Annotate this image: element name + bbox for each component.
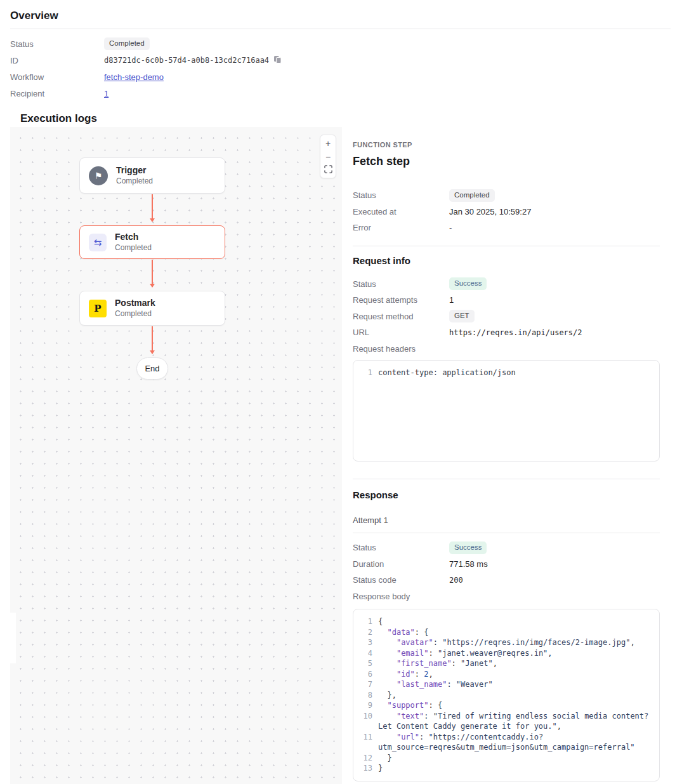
executed-at-value: Jan 30 2025, 10:59:27 [449,207,531,216]
overview-row-status: Status Completed [10,36,671,52]
node-title: Fetch [115,232,152,243]
response-row-status: Status Success [353,540,660,556]
panel-divider [353,246,660,246]
error-label: Error [353,223,449,232]
attempt-label: Attempt 1 [353,515,660,525]
node-status: Completed [116,176,153,186]
response-row-duration: Duration 771.58 ms [353,556,660,573]
overview-meta: Status Completed ID d83721dc-6c0b-57d4-a… [10,36,671,102]
copy-id-button[interactable] [273,55,282,65]
status-label: Status [10,39,104,49]
attempt-divider [353,533,660,533]
response-row-body: Response body [353,588,660,605]
node-title: Trigger [116,165,153,176]
overview-title: Overview [10,10,671,22]
workflow-canvas[interactable]: + − ⚑ Trigger Completed ⇆ Fetch Complete… [10,127,342,784]
request-row-method: Request method GET [353,309,660,325]
node-status: Completed [115,309,155,319]
recipient-label: Recipient [10,89,104,98]
request-method-label: Request method [353,312,449,321]
request-headers-code-block: 1content-type: application/json [353,360,660,462]
duration-label: Duration [353,559,449,569]
request-row-attempts: Request attempts 1 [353,292,660,309]
canvas-zoom-controls: + − [320,135,336,178]
status-code-value: 200 [449,576,463,585]
node-status: Completed [115,243,152,253]
node-fetch[interactable]: ⇆ Fetch Completed [79,225,225,259]
minus-icon: − [325,152,331,162]
copy-icon [273,55,282,65]
response-status-badge: Success [449,541,487,554]
duration-value: 771.58 ms [449,559,488,569]
step-status-label: Status [353,190,449,200]
error-value: - [449,223,452,232]
overview-row-workflow: Workflow fetch-step-demo [10,69,671,85]
status-code-label: Status code [353,575,449,585]
zoom-in-button[interactable]: + [320,136,336,150]
workflow-link[interactable]: fetch-step-demo [104,72,164,82]
node-trigger[interactable]: ⚑ Trigger Completed [79,157,225,194]
request-row-url: URL https://reqres.in/api/users/2 [353,324,660,341]
edge-trigger-fetch [152,194,153,222]
edge-postmark-end [152,326,153,354]
response-title: Response [353,489,660,501]
execution-detail-page: Overview Status Completed ID d83721dc-6c… [0,0,682,784]
overview-row-recipient: Recipient 1 [10,85,671,102]
response-body-label: Response body [353,592,449,601]
postmark-logo: P [89,300,107,317]
end-label: End [145,364,159,373]
response-row-status-code: Status code 200 [353,572,660,588]
step-row-error: Error - [353,220,660,236]
id-label: ID [10,56,104,65]
overview-divider [10,29,671,29]
status-badge: Completed [104,37,150,50]
executed-at-label: Executed at [353,207,449,216]
step-status-badge: Completed [449,189,495,202]
response-status-label: Status [353,543,449,552]
step-detail-panel: FUNCTION STEP Fetch step Status Complete… [353,127,660,781]
canvas-left-overlay [10,613,16,663]
url-label: URL [353,328,449,337]
step-type-eyebrow: FUNCTION STEP [353,141,660,149]
node-postmark[interactable]: P Postmark Completed [79,291,225,326]
request-attempts-label: Request attempts [353,295,449,305]
workflow-label: Workflow [10,72,104,82]
request-row-headers: Request headers [353,341,660,357]
zoom-out-button[interactable]: − [320,150,336,163]
plus-icon: + [325,138,331,149]
overview-row-id: ID d83721dc-6c0b-57d4-a0b8-13cd2c716aa4 [10,52,671,69]
request-status-badge: Success [449,277,487,290]
panel-divider [353,479,660,479]
request-attempts-value: 1 [449,295,454,305]
flag-icon: ⚑ [89,166,108,185]
recipient-link[interactable]: 1 [104,89,108,98]
step-title: Fetch step [353,154,660,168]
execution-logs-title: Execution logs [20,112,671,125]
response-body-code-block: 1{2 "data": {3 "avatar": "https://reqres… [353,609,660,781]
fit-view-icon [324,165,332,175]
request-headers-label: Request headers [353,344,449,354]
overview-section: Overview Status Completed ID d83721dc-6c… [0,0,682,125]
request-row-status: Status Success [353,276,660,293]
transaction-id-value: d83721dc-6c0b-57d4-a0b8-13cd2c716aa4 [104,56,269,65]
step-row-executed: Executed at Jan 30 2025, 10:59:27 [353,204,660,220]
node-title: Postmark [115,298,155,309]
request-method-badge: GET [449,310,475,322]
step-row-status: Status Completed [353,187,660,204]
swap-arrows-icon: ⇆ [89,234,107,251]
fit-view-button[interactable] [320,163,336,176]
request-status-label: Status [353,279,449,289]
url-value: https://reqres.in/api/users/2 [449,328,582,337]
node-end: End [136,357,168,380]
edge-fetch-postmark [152,260,153,287]
request-info-title: Request info [353,255,660,267]
